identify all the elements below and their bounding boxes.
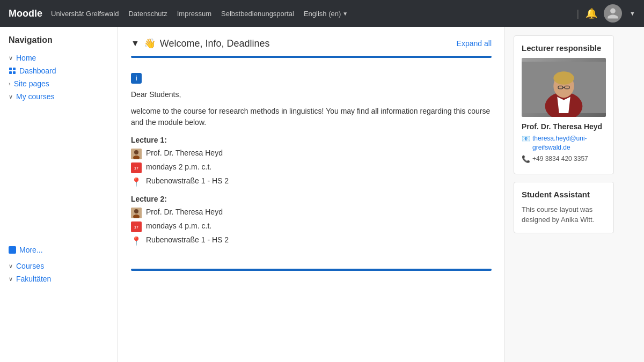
professor-phone-row: 📞 +49 3834 420 3357 [522, 154, 606, 164]
email-icon: 📧 [522, 134, 530, 144]
lecture-2-location-text: Rubenowstraße 1 - HS 2 [146, 235, 229, 244]
pin-icon: 📍 [131, 176, 142, 187]
content-box: i Dear Students, welcome to the course f… [131, 67, 492, 260]
avatar[interactable] [604, 4, 622, 23]
chevron-down-icon: ▼ [342, 11, 348, 17]
intro-text: welcome to the course for research metho… [131, 106, 492, 128]
person-icon [131, 149, 142, 159]
svg-point-13 [553, 71, 574, 84]
lecture-1-time-text: mondays 2 p.m. c.t. [146, 162, 211, 171]
sidebar-item-label: Fakultäten [16, 275, 51, 283]
nav-link-language[interactable]: English (en) ▼ [304, 10, 348, 18]
sidebar-item-label: More... [19, 246, 43, 254]
divider: | [576, 8, 579, 19]
student-assistant-title: Student Assistant [522, 190, 606, 199]
sidebar-item-more[interactable]: More... [0, 242, 118, 257]
sidebar-item-label: Site pages [14, 79, 49, 88]
nav-links: Universität Greifswald Datenschutz Impre… [51, 10, 576, 18]
section-header: ▼ 👋 Welcome, Info, Deadlines Expand all [131, 38, 492, 49]
avatar-chevron-icon[interactable]: ▼ [630, 10, 635, 17]
info-icon-row: i [131, 73, 492, 84]
lecture-1-location-text: Rubenowstraße 1 - HS 2 [146, 176, 229, 185]
main-content: ▼ 👋 Welcome, Info, Deadlines Expand all … [118, 27, 504, 362]
calendar-icon: 17 [131, 162, 142, 173]
right-sidebar: Lecturer responsible [504, 27, 623, 362]
chevron-down-icon: ∨ [9, 263, 13, 270]
professor-email-row: 📧 theresa.heyd@uni-greifswald.de [522, 134, 606, 152]
nav-link-university[interactable]: Universität Greifswald [51, 10, 119, 18]
lecture-1-person: Prof. Dr. Theresa Heyd [131, 149, 492, 159]
brand-logo[interactable]: Moodle [9, 8, 42, 19]
section-title: Welcome, Info, Deadlines [160, 38, 270, 49]
section-emoji: 👋 [144, 38, 156, 49]
professor-photo [522, 58, 606, 117]
sidebar-item-label: Dashboard [19, 67, 56, 75]
lecture-1-title: Lecture 1: [131, 136, 492, 144]
content-text: Dear Students, welcome to the course for… [131, 89, 492, 128]
nav-link-datenschutz[interactable]: Datenschutz [128, 10, 167, 18]
notifications-bell-icon[interactable]: 🔔 [586, 8, 597, 19]
lecturer-card-title: Lecturer responsible [522, 43, 606, 53]
nav-link-selbst[interactable]: Selbstbedienungsportal [221, 10, 294, 18]
lecture-2-time: 17 mondays 4 p.m. c.t. [131, 221, 492, 232]
lecture-2-title: Lecture 2: [131, 195, 492, 203]
lecture-2-person-name: Prof. Dr. Theresa Heyd [146, 208, 223, 216]
more-icon [9, 246, 16, 254]
chevron-down-icon: ∨ [9, 55, 13, 62]
blue-line-bottom [131, 269, 492, 271]
sidebar-item-home[interactable]: ∨ Home [0, 51, 118, 64]
calendar-icon-2: 17 [131, 221, 142, 232]
top-navigation: Moodle Universität Greifswald Datenschut… [0, 0, 644, 27]
phone-icon: 📞 [522, 154, 530, 164]
svg-rect-3 [13, 71, 16, 74]
sidebar-item-label: Courses [16, 262, 44, 270]
blue-line-top [131, 56, 492, 58]
dashboard-icon [9, 67, 16, 75]
greeting-text: Dear Students, [131, 89, 492, 100]
info-icon: i [131, 73, 142, 84]
nav-link-impressum[interactable]: Impressum [177, 10, 211, 18]
left-sidebar: Navigation ∨ Home Dashboard › Site pages… [0, 27, 118, 362]
student-assistant-text: This course layout was designed by Anika… [522, 204, 606, 225]
lecture-2-block: Lecture 2: Prof. Dr. Theresa Heyd [131, 195, 492, 246]
chevron-down-icon: ∨ [9, 93, 13, 100]
sidebar-item-label: Home [16, 54, 36, 62]
professor-name: Prof. Dr. Theresa Heyd [522, 122, 606, 131]
nav-right: | 🔔 ▼ [576, 4, 635, 23]
expand-all-button[interactable]: Expand all [457, 39, 492, 48]
section-title-row: ▼ 👋 Welcome, Info, Deadlines [131, 38, 270, 49]
professor-image [522, 58, 606, 117]
sidebar-item-label: My courses [16, 92, 55, 101]
lecture-2-time-text: mondays 4 p.m. c.t. [146, 221, 211, 230]
chevron-right-icon: › [9, 80, 11, 87]
sidebar-item-site-pages[interactable]: › Site pages [0, 77, 118, 90]
svg-rect-2 [9, 71, 12, 74]
collapse-arrow-icon[interactable]: ▼ [131, 39, 140, 48]
page-layout: Navigation ∨ Home Dashboard › Site pages… [0, 27, 644, 362]
student-assistant-card: Student Assistant This course layout was… [514, 182, 614, 233]
pin-icon-2: 📍 [131, 235, 142, 246]
sidebar-item-my-courses[interactable]: ∨ My courses [0, 90, 118, 103]
svg-rect-1 [13, 68, 16, 70]
lecture-1-block: Lecture 1: Prof. Dr. Theresa Heyd [131, 136, 492, 187]
sidebar-item-courses[interactable]: ∨ Courses [0, 260, 118, 272]
lecture-1-time: 17 mondays 2 p.m. c.t. [131, 162, 492, 173]
sidebar-title: Navigation [0, 35, 118, 51]
chevron-down-icon: ∨ [9, 276, 13, 283]
svg-point-8 [134, 209, 138, 213]
user-icon [606, 7, 619, 20]
svg-point-5 [134, 150, 138, 154]
sidebar-item-fakultaten[interactable]: ∨ Fakultäten [0, 272, 118, 285]
sidebar-item-dashboard[interactable]: Dashboard [0, 64, 118, 77]
professor-phone: +49 3834 420 3357 [532, 154, 588, 164]
lecturer-card: Lecturer responsible [514, 35, 614, 174]
lecture-1-location: 📍 Rubenowstraße 1 - HS 2 [131, 176, 492, 187]
lecture-1-person-name: Prof. Dr. Theresa Heyd [146, 149, 223, 157]
lecture-2-location: 📍 Rubenowstraße 1 - HS 2 [131, 235, 492, 246]
professor-email-link[interactable]: theresa.heyd@uni-greifswald.de [532, 134, 606, 152]
lecture-2-person: Prof. Dr. Theresa Heyd [131, 208, 492, 218]
svg-rect-0 [9, 68, 12, 70]
person-icon-2 [131, 208, 142, 218]
